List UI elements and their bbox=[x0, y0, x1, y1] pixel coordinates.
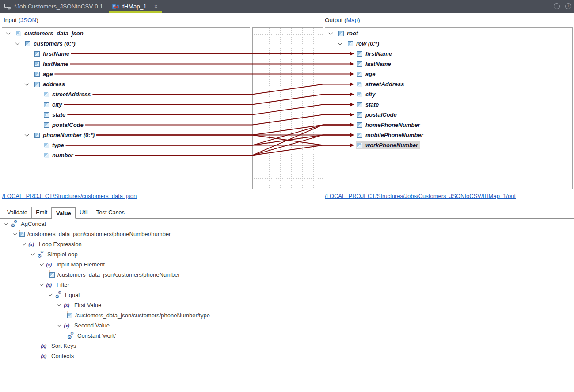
tree-row-city[interactable]: city bbox=[2, 99, 250, 110]
tree-row-customers_data_json[interactable]: customers_data_json bbox=[2, 28, 250, 38]
function-icon: (x) bbox=[46, 282, 54, 289]
horizontal-splitter[interactable] bbox=[0, 202, 574, 202]
expression-row[interactable]: (x)Input Map Element bbox=[0, 259, 574, 270]
expression-row[interactable]: ↑/customers_data_json/customers/phoneNum… bbox=[0, 270, 574, 280]
tree-row-state[interactable]: state bbox=[325, 99, 572, 110]
tree-row-label: state bbox=[365, 101, 379, 108]
tree-row-mobilePhoneNumber[interactable]: mobilePhoneNumber bbox=[325, 130, 572, 140]
tree-row-label: age bbox=[365, 71, 375, 77]
tree-row-streetAddress[interactable]: streetAddress bbox=[325, 79, 572, 89]
function-icon: (x) bbox=[28, 241, 36, 248]
tree-row-label: lastName bbox=[43, 61, 68, 67]
expression-row[interactable]: (x)Sort Keys bbox=[0, 341, 574, 351]
chevron-down-icon[interactable] bbox=[6, 30, 11, 35]
tab-emit[interactable]: Emit bbox=[32, 207, 52, 218]
element-icon bbox=[357, 102, 362, 107]
tree-row-label: phoneNumber (0:*) bbox=[43, 132, 95, 138]
chevron-down-icon[interactable] bbox=[22, 242, 26, 245]
element-icon bbox=[44, 153, 49, 158]
thmap-icon bbox=[112, 3, 119, 10]
output-format-link[interactable]: Map bbox=[346, 17, 358, 23]
tab-test-cases[interactable]: Test Cases bbox=[92, 207, 129, 218]
chevron-down-icon[interactable] bbox=[4, 221, 8, 225]
expression-row[interactable]: (x)Contexts bbox=[0, 351, 574, 361]
expression-row-label: Sort Keys bbox=[51, 343, 76, 349]
tree-row-root[interactable]: root bbox=[325, 28, 572, 38]
collapse-all-button[interactable]: − bbox=[554, 3, 560, 9]
chevron-down-icon[interactable] bbox=[15, 41, 20, 45]
chevron-down-icon[interactable] bbox=[13, 232, 17, 235]
element-icon bbox=[44, 122, 49, 128]
tab-validate[interactable]: Validate bbox=[3, 207, 32, 218]
expression-row[interactable]: ⚙⚙Constant 'work' bbox=[0, 331, 574, 341]
tree-row-homePhoneNumber[interactable]: homePhoneNumber bbox=[325, 120, 572, 130]
expression-row-label: Loop Expression bbox=[39, 241, 82, 247]
tree-row-postalCode[interactable]: postalCode bbox=[2, 120, 250, 130]
close-icon[interactable]: × bbox=[154, 3, 158, 10]
expression-row-label: SimpleLoop bbox=[47, 251, 78, 258]
tab-thmap-1[interactable]: tHMap_1 × bbox=[108, 0, 163, 13]
expression-row[interactable]: ⚙⚙Equal bbox=[0, 290, 574, 300]
output-structure-link[interactable]: /LOCAL_PROJECT/Structures/Jobs/Customers… bbox=[325, 193, 516, 199]
expression-row-label: Filter bbox=[57, 282, 69, 288]
expression-row[interactable]: ↑/customers_data_json/customers/phoneNum… bbox=[0, 310, 574, 320]
tree-row-label: customers (0:*) bbox=[34, 40, 76, 47]
output-structure-tree: rootrow (0:*)firstNamelastNameagestreetA… bbox=[325, 27, 573, 189]
tab-job-customers-jsontocsv[interactable]: *Job Customers_JSONtoCSV 0.1 bbox=[0, 0, 108, 13]
chevron-down-icon[interactable] bbox=[329, 30, 333, 35]
expression-row-label: Equal bbox=[65, 292, 80, 298]
element-icon bbox=[44, 143, 49, 148]
element-reference-icon: ↑ bbox=[19, 232, 25, 237]
tree-row-postalCode[interactable]: postalCode bbox=[325, 110, 572, 120]
tree-row-label: firstName bbox=[43, 50, 69, 57]
chevron-down-icon[interactable] bbox=[25, 132, 29, 137]
input-structure-tree: customers_data_jsoncustomers (0:*)firstN… bbox=[2, 27, 250, 189]
expression-row[interactable]: (x)Second Value bbox=[0, 320, 574, 331]
tree-row-state[interactable]: state bbox=[2, 110, 250, 120]
tree-row-city[interactable]: city bbox=[325, 89, 572, 99]
tree-row-age[interactable]: age bbox=[325, 69, 572, 79]
tree-row-label: address bbox=[43, 81, 65, 88]
expression-row[interactable]: ⚙⚙SimpleLoop bbox=[0, 249, 574, 259]
chevron-down-icon[interactable] bbox=[57, 323, 61, 327]
tree-row-number[interactable]: number bbox=[2, 150, 250, 160]
element-reference-icon: ↑ bbox=[49, 272, 55, 278]
tree-row-firstName[interactable]: firstName bbox=[325, 49, 572, 59]
tree-row-type[interactable]: type bbox=[2, 140, 250, 150]
tab-value[interactable]: Value bbox=[52, 207, 76, 219]
tree-row-phoneNumber[interactable]: phoneNumber (0:*) bbox=[2, 130, 250, 140]
expand-all-button[interactable]: + bbox=[565, 3, 571, 9]
tab-util[interactable]: Util bbox=[76, 207, 92, 218]
chevron-down-icon[interactable] bbox=[31, 252, 34, 255]
chevron-down-icon[interactable] bbox=[40, 282, 43, 286]
tree-row-label: postalCode bbox=[365, 111, 397, 118]
tree-row-firstName[interactable]: firstName bbox=[2, 49, 250, 59]
function-icon: (x) bbox=[46, 261, 54, 268]
chevron-down-icon[interactable] bbox=[49, 293, 52, 296]
chevron-down-icon[interactable] bbox=[338, 41, 342, 45]
gears-icon: ⚙⚙ bbox=[11, 221, 18, 228]
input-structure-link[interactable]: /LOCAL_PROJECT/Structures/customers_data… bbox=[2, 193, 137, 199]
tree-row-customers[interactable]: customers (0:*) bbox=[2, 38, 250, 49]
tree-row-streetAddress[interactable]: streetAddress bbox=[2, 89, 250, 99]
tree-row-workPhoneNumber[interactable]: workPhoneNumber bbox=[325, 140, 572, 150]
expression-row[interactable]: ⚙⚙AgConcat bbox=[0, 219, 574, 229]
input-format-link[interactable]: JSON bbox=[20, 17, 36, 23]
output-panel-header: Output (Map) bbox=[325, 17, 360, 25]
expression-row[interactable]: (x)First Value bbox=[0, 300, 574, 310]
chevron-down-icon[interactable] bbox=[25, 81, 29, 86]
tree-row-lastName[interactable]: lastName bbox=[325, 59, 572, 69]
chevron-down-icon[interactable] bbox=[40, 262, 43, 266]
tree-row-row[interactable]: row (0:*) bbox=[325, 38, 572, 49]
gears-icon: ⚙⚙ bbox=[37, 251, 45, 258]
tree-row-label: streetAddress bbox=[52, 91, 91, 98]
tree-row-age[interactable]: age bbox=[2, 69, 250, 79]
element-icon bbox=[357, 82, 362, 87]
chevron-down-icon[interactable] bbox=[57, 303, 61, 306]
tree-row-address[interactable]: address bbox=[2, 79, 250, 89]
element-icon bbox=[357, 92, 362, 97]
expression-row[interactable]: (x)Filter bbox=[0, 280, 574, 290]
expression-row[interactable]: ↑/customers_data_json/customers/phoneNum… bbox=[0, 229, 574, 239]
expression-row[interactable]: (x)Loop Expression bbox=[0, 239, 574, 249]
tree-row-lastName[interactable]: lastName bbox=[2, 59, 250, 69]
